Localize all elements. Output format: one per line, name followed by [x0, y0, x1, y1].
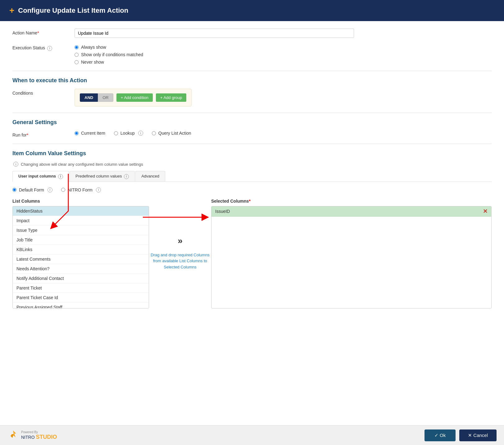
brand-name: NITRO STUDIO — [21, 434, 57, 440]
warning-icon: i — [13, 162, 18, 167]
list-item[interactable]: HiddenStatus — [13, 206, 149, 216]
execution-status-row: Execution Status i Always show Show only… — [12, 43, 492, 65]
cancel-button[interactable]: ✕ Cancel — [459, 429, 497, 441]
red-arrow-2 — [140, 208, 217, 227]
powered-by-text: Powered By — [21, 430, 38, 434]
radio-conditions-matched[interactable]: Show only if conditions matched — [75, 52, 143, 57]
conditions-box: AND OR + Add condition + Add group — [75, 89, 192, 106]
page-title: Configure Update List Item Action — [18, 7, 128, 15]
list-item[interactable]: Notify Additional Contact — [13, 274, 149, 283]
page-header: + Configure Update List Item Action — [0, 0, 504, 21]
divider-1 — [12, 71, 492, 71]
list-item[interactable]: Latest Comments — [13, 254, 149, 264]
selected-col-item: IssueID ✕ — [211, 206, 491, 217]
conditions-actions: + Add condition + Add group — [116, 93, 187, 102]
warning-text: Changing above will clear any configured… — [21, 162, 143, 167]
run-for-options: Current Item Lookup i Query List Action — [75, 131, 191, 136]
run-for-label: Run for* — [12, 131, 75, 137]
tab-user-input-columns[interactable]: User input columns i — [12, 171, 69, 182]
ok-button[interactable]: ✓ Ok — [425, 429, 456, 441]
item-column-settings-title: Item Column Value Settings — [12, 150, 492, 157]
tabs: User input columns i Predefined column v… — [12, 171, 492, 182]
columns-area: List Columns HiddenStatus Impact Issue T… — [12, 199, 492, 308]
list-item[interactable]: Job Title — [13, 235, 149, 245]
conditions-row: Conditions AND OR + Add condition + Add … — [12, 89, 492, 106]
action-name-input[interactable] — [75, 29, 354, 38]
tab-advanced[interactable]: Advanced — [135, 171, 165, 182]
list-item[interactable]: Impact — [13, 216, 149, 226]
footer: Powered By NITRO STUDIO ✓ Ok ✕ Cancel — [0, 425, 504, 445]
action-name-row: Action Name* — [12, 29, 492, 38]
add-condition-button[interactable]: + Add condition — [116, 93, 153, 102]
warning-bar: i Changing above will clear any configur… — [12, 162, 492, 167]
remove-column-button[interactable]: ✕ — [483, 209, 488, 214]
radio-query-list-action[interactable]: Query List Action — [152, 131, 191, 136]
brand-logo: Powered By NITRO STUDIO — [21, 430, 57, 440]
list-columns-label: List Columns — [12, 199, 149, 204]
tab-predefined-column-values[interactable]: Predefined column values i — [70, 171, 135, 182]
list-columns-box[interactable]: HiddenStatus Impact Issue Type Job Title… — [12, 206, 149, 308]
when-section-title: When to execute this Action — [12, 77, 492, 84]
radio-lookup[interactable]: Lookup i — [114, 131, 143, 136]
action-name-label: Action Name* — [12, 29, 75, 35]
middle-section: » Drag and drop required Columns from av… — [149, 199, 211, 270]
double-arrow-container: » — [178, 236, 183, 246]
footer-buttons: ✓ Ok ✕ Cancel — [425, 429, 497, 441]
run-for-row: Run for* Current Item Lookup i Query Lis… — [12, 131, 492, 137]
radio-default-form[interactable]: Default Form i — [12, 187, 52, 192]
list-item[interactable]: KBLinks — [13, 245, 149, 254]
main-content: Action Name* Execution Status i Always s… — [0, 21, 504, 333]
form-type-row: Default Form i NITRO Form i — [12, 187, 492, 192]
divider-2 — [12, 113, 492, 113]
selected-columns-label: Selected Columns* — [211, 199, 492, 204]
svg-marker-4 — [11, 434, 14, 438]
and-button[interactable]: AND — [80, 93, 98, 102]
list-item[interactable]: Parent Ticket Case Id — [13, 293, 149, 303]
list-item[interactable]: Issue Type — [13, 226, 149, 235]
plus-icon: + — [9, 6, 14, 16]
double-arrow-icon[interactable]: » — [178, 236, 183, 246]
lookup-info-icon[interactable]: i — [138, 131, 143, 136]
or-button[interactable]: OR — [98, 93, 113, 102]
general-settings-title: General Settings — [12, 119, 492, 126]
execution-status-radio-group: Always show Show only if conditions matc… — [75, 43, 143, 65]
selected-col-name: IssueID — [215, 209, 230, 214]
execution-status-label: Execution Status i — [12, 43, 75, 51]
selected-columns-box: IssueID ✕ — [211, 206, 492, 308]
list-item[interactable]: Previous Assigned Staff — [13, 303, 149, 308]
execution-status-info-icon[interactable]: i — [47, 46, 52, 51]
user-input-info-icon[interactable]: i — [58, 174, 63, 179]
list-columns-section: List Columns HiddenStatus Impact Issue T… — [12, 199, 149, 308]
nitro-logo-icon — [7, 430, 19, 441]
conditions-label: Conditions — [12, 89, 75, 96]
add-group-button[interactable]: + Add group — [156, 93, 186, 102]
radio-current-item[interactable]: Current Item — [75, 131, 105, 136]
predefined-info-icon[interactable]: i — [124, 174, 129, 179]
selected-columns-section: Selected Columns* IssueID ✕ — [211, 199, 492, 308]
radio-always-show[interactable]: Always show — [75, 45, 143, 50]
nitro-form-info-icon[interactable]: i — [96, 187, 101, 192]
drag-drop-text: Drag and drop required Columns from avai… — [149, 252, 211, 270]
list-item[interactable]: Parent Ticket — [13, 283, 149, 293]
list-item[interactable]: Needs Attention? — [13, 264, 149, 274]
and-or-group: AND OR — [80, 93, 113, 102]
divider-3 — [12, 144, 492, 144]
default-form-info-icon[interactable]: i — [48, 187, 52, 192]
footer-brand: Powered By NITRO STUDIO — [7, 430, 57, 441]
radio-nitro-form[interactable]: NITRO Form i — [61, 187, 101, 192]
radio-never-show[interactable]: Never show — [75, 60, 143, 65]
